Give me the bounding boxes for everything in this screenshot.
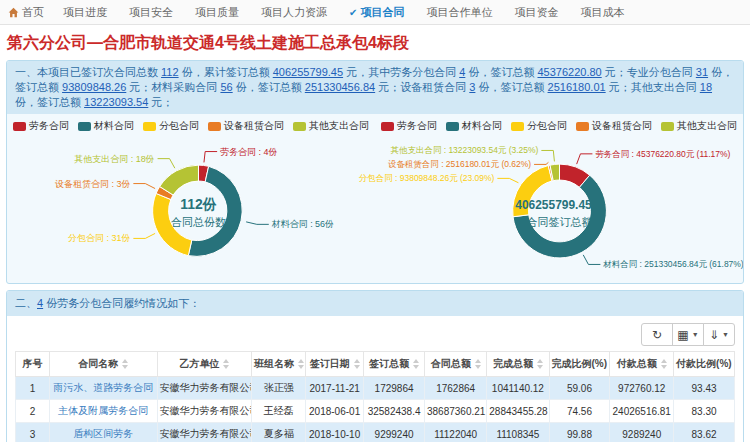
summary-link[interactable]: 31 <box>696 66 708 78</box>
table-cell: 1762864 <box>425 377 487 400</box>
page-title: 第六分公司—合肥市轨道交通4号线土建施工总承包4标段 <box>0 25 750 60</box>
legend-label: 材料合同 <box>462 119 502 133</box>
nav-item[interactable]: 项目人力资源 <box>250 5 338 20</box>
sort-icon <box>537 359 543 369</box>
summary-link[interactable]: 406255799.45 <box>273 66 343 78</box>
legend-item[interactable]: 材料合同 <box>446 119 502 133</box>
slice-label: 劳务合同 : 45376220.80元 (11.17%) <box>595 149 730 159</box>
summary-link[interactable]: 13223093.54 <box>84 96 148 108</box>
contract-name-link[interactable]: 主体及附属劳务合同 <box>49 400 157 423</box>
summary-text-segment: 份，签订总额 <box>233 81 305 93</box>
legend-swatch-icon <box>13 122 26 131</box>
table-area: ↻▦▼⇓▼ 序号合同名称乙方单位班组名称签订日期签订总额合同总额完成总额完成比例… <box>7 316 743 442</box>
export-button[interactable]: ⇓▼ <box>703 323 735 346</box>
column-header[interactable]: 完成总额 <box>487 352 549 377</box>
table-cell: 安徽华力劳务有限公司 <box>157 423 252 442</box>
nav-item[interactable]: 项目资金 <box>503 5 569 20</box>
chart-legend: 劳务合同材料合同分包合同设备租赁合同其他支出合同 <box>7 119 375 133</box>
table-row: 1雨污水、道路劳务合同安徽华力劳务有限公司张正强2017-11-21172986… <box>16 377 735 400</box>
legend-item[interactable]: 设备租赁合同 <box>208 119 284 133</box>
summary-text-segment: 元； <box>148 96 173 108</box>
column-header[interactable]: 合同名称 <box>49 352 157 377</box>
legend-swatch-icon <box>143 122 156 131</box>
nav-item[interactable]: 项目成本 <box>569 5 635 20</box>
summary-text-segment: 份劳务分包合同履约情况如下： <box>43 297 200 309</box>
column-header-label: 完成总额 <box>493 358 533 369</box>
table-cell: 张正强 <box>252 377 306 400</box>
columns-button[interactable]: ▦▼ <box>672 323 704 346</box>
legend-swatch-icon <box>293 122 306 131</box>
column-header[interactable]: 签订总额 <box>364 352 425 377</box>
toolbar-button-group: ↻▦▼⇓▼ <box>641 323 735 346</box>
table-cell: 夏多福 <box>252 423 306 442</box>
summary-link[interactable]: 2516180.01 <box>548 81 606 93</box>
column-header[interactable]: 合同总额 <box>425 352 487 377</box>
sort-icon <box>298 359 304 369</box>
legend-item[interactable]: 其他支出合同 <box>293 119 369 133</box>
columns-icon: ▦ <box>677 328 688 342</box>
label-line <box>158 159 175 169</box>
table-cell: 83.62 <box>674 423 735 442</box>
slice-label: 其他支出合同 : 13223093.54元 (3.25%) <box>391 145 539 155</box>
refresh-button[interactable]: ↻ <box>641 323 673 346</box>
table-cell: 2018-10-10 <box>306 423 364 442</box>
legend-item[interactable]: 劳务合同 <box>381 119 437 133</box>
legend-swatch-icon <box>208 122 221 131</box>
contract-name-link[interactable]: 雨污水、道路劳务合同 <box>49 377 157 400</box>
label-line <box>534 162 548 164</box>
table-cell: 59.06 <box>549 377 610 400</box>
nav-home[interactable]: 首页 <box>8 5 52 20</box>
legend-item[interactable]: 劳务合同 <box>13 119 69 133</box>
column-header[interactable]: 完成比例(%) <box>549 352 610 377</box>
sort-icon <box>122 359 128 369</box>
table-cell: 2017-11-21 <box>306 377 364 400</box>
legend-swatch-icon <box>576 122 589 131</box>
legend-item[interactable]: 分包合同 <box>511 119 567 133</box>
nav-item[interactable]: 项目质量 <box>184 5 250 20</box>
nav-item[interactable]: 项目合作单位 <box>415 5 503 20</box>
summary-text-segment: 一、本项目已签订次合同总数 <box>15 66 161 78</box>
summary-link[interactable]: 45376220.80 <box>537 66 601 78</box>
nav-home-label: 首页 <box>22 5 44 20</box>
nav-item-label: 项目成本 <box>580 6 624 18</box>
summary-link[interactable]: 93809848.26 <box>62 81 126 93</box>
nav-item-active[interactable]: ✔项目合同 <box>338 5 415 20</box>
column-header[interactable]: 付款比例(%) <box>674 352 735 377</box>
column-header[interactable]: 班组名称 <box>252 352 306 377</box>
nav-item[interactable]: 项目进度 <box>52 5 118 20</box>
legend-item[interactable]: 分包合同 <box>143 119 199 133</box>
legend-label: 劳务合同 <box>29 119 69 133</box>
label-line <box>204 152 217 163</box>
legend-label: 设备租赁合同 <box>224 119 284 133</box>
summary-link[interactable]: 18 <box>700 81 712 93</box>
column-header[interactable]: 付款总额 <box>610 352 674 377</box>
summary-text-segment: 元；设备租赁合同 <box>375 81 469 93</box>
legend-swatch-icon <box>381 122 394 131</box>
nav-item[interactable]: 项目安全 <box>118 5 184 20</box>
table-cell: 1 <box>16 377 50 400</box>
legend-item[interactable]: 设备租赁合同 <box>576 119 652 133</box>
summary-link[interactable]: 112 <box>161 66 179 78</box>
column-header-label: 乙方单位 <box>179 358 219 369</box>
column-header[interactable]: 签订日期 <box>306 352 364 377</box>
legend-item[interactable]: 材料合同 <box>78 119 134 133</box>
label-line <box>133 233 155 238</box>
legend-label: 材料合同 <box>94 119 134 133</box>
label-line <box>133 184 155 189</box>
legend-item[interactable]: 其他支出合同 <box>661 119 737 133</box>
charts-row: 劳务合同材料合同分包合同设备租赁合同其他支出合同 其他支出合同 : 18份设备租… <box>7 114 743 283</box>
table-cell: 9299240 <box>364 423 425 442</box>
labor-contract-table: 序号合同名称乙方单位班组名称签订日期签订总额合同总额完成总额完成比例(%)付款总… <box>15 351 735 442</box>
sort-icon <box>475 359 481 369</box>
table-cell: 11108345 <box>487 423 549 442</box>
slice-label: 设备租赁合同 : 2516180.01元 (0.62%) <box>388 159 531 169</box>
column-header[interactable]: 乙方单位 <box>157 352 252 377</box>
donut-slice[interactable] <box>160 165 199 195</box>
contract-name-link[interactable]: 盾构区间劳务 <box>49 423 157 442</box>
table-cell: 9289240 <box>610 423 674 442</box>
summary-link[interactable]: 251330456.84 <box>305 81 375 93</box>
legend-swatch-icon <box>446 122 459 131</box>
summary-link[interactable]: 56 <box>220 81 232 93</box>
nav-item-label: 项目人力资源 <box>261 6 327 18</box>
summary-text: 一、本项目已签订次合同总数 112 份，累计签订总额 406255799.45 … <box>7 61 743 114</box>
